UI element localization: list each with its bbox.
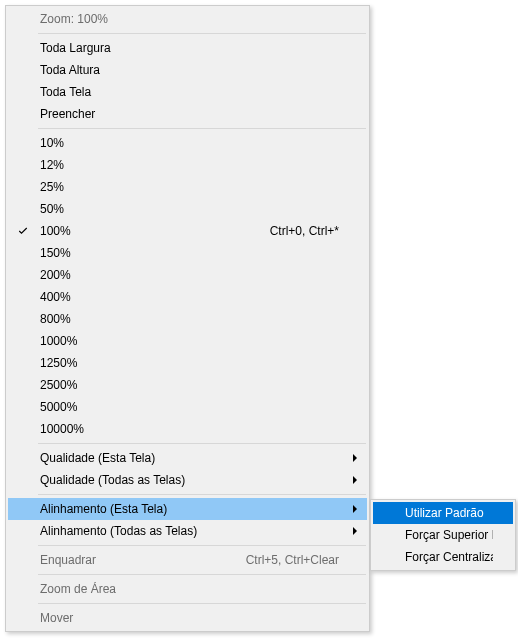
fit-section: Toda LarguraToda AlturaToda TelaPreenche… [8, 37, 367, 125]
move-section: Mover [8, 607, 367, 629]
submenu-arrow-icon [347, 454, 363, 462]
quality-section: Qualidade (Esta Tela)Qualidade (Todas as… [8, 447, 367, 491]
zoom-area-section: Zoom de Área [8, 578, 367, 600]
menu-item-label: 25% [38, 180, 347, 194]
check-icon [8, 225, 38, 237]
submenu-arrow-icon [347, 527, 363, 535]
menu-item-shortcut: Ctrl+0, Ctrl+* [270, 224, 347, 238]
menu-item-label: 50% [38, 202, 347, 216]
menu-item[interactable]: 10000% [8, 418, 367, 440]
menu-item-label: Qualidade (Esta Tela) [38, 451, 347, 465]
separator [38, 545, 366, 546]
menu-item-label: Zoom de Área [38, 582, 347, 596]
menu-item[interactable]: 12% [8, 154, 367, 176]
menu-item-label: Utilizar Padrão [403, 506, 493, 520]
menu-item: Mover [8, 607, 367, 629]
menu-item[interactable]: Qualidade (Todas as Telas) [8, 469, 367, 491]
menu-item[interactable]: Qualidade (Esta Tela) [8, 447, 367, 469]
submenu-section: Utilizar PadrãoForçar Superior EsquerdoF… [373, 502, 513, 568]
menu-item-label: 2500% [38, 378, 347, 392]
menu-item-label: 100% [38, 224, 270, 238]
menu-item[interactable]: Alinhamento (Todas as Telas) [8, 520, 367, 542]
menu-item-shortcut: Ctrl+5, Ctrl+Clear [246, 553, 347, 567]
zoom-header: Zoom: 100% [8, 8, 367, 30]
separator [38, 574, 366, 575]
menu-item[interactable]: 5000% [8, 396, 367, 418]
menu-item[interactable]: 800% [8, 308, 367, 330]
menu-item[interactable]: 2500% [8, 374, 367, 396]
menu-item-label: Enquadrar [38, 553, 246, 567]
align-section: Alinhamento (Esta Tela)Alinhamento (Toda… [8, 498, 367, 542]
menu-item[interactable]: 150% [8, 242, 367, 264]
menu-item-label: Alinhamento (Todas as Telas) [38, 524, 347, 538]
menu-item[interactable]: 25% [8, 176, 367, 198]
zoom-header-label: Zoom: 100% [38, 12, 347, 26]
separator [38, 603, 366, 604]
menu-item-label: 5000% [38, 400, 347, 414]
separator [38, 443, 366, 444]
menu-item-label: Toda Largura [38, 41, 347, 55]
menu-item-label: 1250% [38, 356, 347, 370]
menu-item-label: 400% [38, 290, 347, 304]
menu-item[interactable]: Alinhamento (Esta Tela) [8, 498, 367, 520]
menu-item-label: 10000% [38, 422, 347, 436]
menu-item[interactable]: Forçar Centralizado [373, 546, 513, 568]
menu-item-label: 12% [38, 158, 347, 172]
menu-item[interactable]: Toda Altura [8, 59, 367, 81]
menu-item[interactable]: 50% [8, 198, 367, 220]
menu-item-label: Preencher [38, 107, 347, 121]
alignment-submenu: Utilizar PadrãoForçar Superior EsquerdoF… [370, 499, 516, 571]
zoom-context-menu: Zoom: 100% Toda LarguraToda AlturaToda T… [5, 5, 370, 632]
separator [38, 128, 366, 129]
menu-item[interactable]: 200% [8, 264, 367, 286]
submenu-arrow-icon [347, 505, 363, 513]
menu-item[interactable]: 100%Ctrl+0, Ctrl+* [8, 220, 367, 242]
menu-item-label: 1000% [38, 334, 347, 348]
menu-item-label: 200% [38, 268, 347, 282]
menu-item[interactable]: Toda Largura [8, 37, 367, 59]
menu-item[interactable]: Forçar Superior Esquerdo [373, 524, 513, 546]
separator [38, 494, 366, 495]
menu-item-label: Qualidade (Todas as Telas) [38, 473, 347, 487]
menu-item: EnquadrarCtrl+5, Ctrl+Clear [8, 549, 367, 571]
menu-item[interactable]: 1000% [8, 330, 367, 352]
menu-item[interactable]: Preencher [8, 103, 367, 125]
menu-item-label: Alinhamento (Esta Tela) [38, 502, 347, 516]
menu-item-label: Forçar Superior Esquerdo [403, 528, 493, 542]
menu-item[interactable]: Utilizar Padrão [373, 502, 513, 524]
menu-item-label: 150% [38, 246, 347, 260]
menu-item-label: 800% [38, 312, 347, 326]
frame-section: EnquadrarCtrl+5, Ctrl+Clear [8, 549, 367, 571]
menu-item[interactable]: 400% [8, 286, 367, 308]
separator [38, 33, 366, 34]
menu-item-label: Forçar Centralizado [403, 550, 493, 564]
menu-item: Zoom de Área [8, 578, 367, 600]
menu-item[interactable]: 10% [8, 132, 367, 154]
zoom-section: 10%12%25%50%100%Ctrl+0, Ctrl+*150%200%40… [8, 132, 367, 440]
menu-item-label: Mover [38, 611, 347, 625]
menu-item[interactable]: 1250% [8, 352, 367, 374]
submenu-arrow-icon [347, 476, 363, 484]
menu-item[interactable]: Toda Tela [8, 81, 367, 103]
menu-item-label: 10% [38, 136, 347, 150]
menu-item-label: Toda Altura [38, 63, 347, 77]
menu-item-label: Toda Tela [38, 85, 347, 99]
